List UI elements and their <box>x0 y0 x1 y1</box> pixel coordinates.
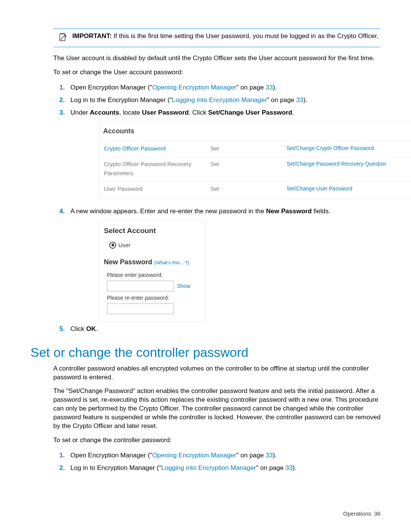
step-item: Open Encryption Manager ("Opening Encryp… <box>67 450 381 460</box>
paragraph: To set or change the controller password… <box>53 436 381 445</box>
accounts-panel: Accounts Crypto Officer Password Set Set… <box>99 121 411 199</box>
page-ref[interactable]: 33 <box>266 452 273 459</box>
paragraph: The "Set/Change Password" action enables… <box>53 387 381 431</box>
link-logging-into-encryption-manager[interactable]: Logging into Encryption Manager <box>172 96 267 104</box>
new-password-heading: New Password <box>104 258 152 266</box>
paragraph: The User account is disabled by default … <box>53 54 381 63</box>
account-name: User Password <box>104 184 210 193</box>
link-logging-into-encryption-manager[interactable]: Logging into Encryption Manager <box>161 464 256 471</box>
ordered-steps: Open Encryption Manager ("Opening Encryp… <box>53 450 381 473</box>
account-action-link[interactable]: Set/Change User Password <box>287 184 407 193</box>
account-status: Set <box>210 144 287 153</box>
password-enter-label: Please enter password: <box>107 271 201 279</box>
account-action-link[interactable]: Set/Change Crypto Officer Password <box>287 144 407 152</box>
page-footer: Operations 36 <box>343 510 381 517</box>
table-row: Crypto Officer Password Recovery Paramet… <box>99 156 411 181</box>
step-item: Under Accounts, locate User Password. Cl… <box>67 107 381 199</box>
page-ref[interactable]: 33 <box>285 464 293 471</box>
password-reenter-input[interactable] <box>107 304 174 314</box>
account-status: Set <box>210 160 287 169</box>
password-input[interactable] <box>107 281 174 291</box>
show-password-link[interactable]: Show <box>177 282 190 290</box>
account-name: Crypto Officer Password <box>104 144 210 153</box>
table-row: Crypto Officer Password Set Set/Change C… <box>99 141 411 156</box>
page-ref[interactable]: 33 <box>266 84 273 91</box>
important-callout: IMPORTANT: If this is the first time set… <box>53 29 381 47</box>
accounts-heading: Accounts <box>103 126 411 137</box>
select-account-panel: Select Account User New Password (What's… <box>99 220 206 321</box>
important-label: IMPORTANT: <box>72 32 112 40</box>
radio-user[interactable]: User <box>109 241 201 250</box>
link-opening-encryption-manager[interactable]: Opening Encryption Manager <box>152 84 236 91</box>
account-status: Set <box>210 184 287 193</box>
password-reenter-label: Please re-enter password: <box>107 294 201 302</box>
link-opening-encryption-manager[interactable]: Opening Encryption Manager <box>152 452 236 459</box>
paragraph: To set or change the User account passwo… <box>53 68 381 77</box>
step-item: A new window appears. Enter and re-enter… <box>67 206 381 321</box>
footer-page: 36 <box>374 510 381 517</box>
important-text: If this is the first time setting the Us… <box>113 32 378 40</box>
important-icon <box>53 32 72 44</box>
step-item: Log in to Encryption Manager ("Logging i… <box>67 463 381 473</box>
section-heading: Set or change the controller password <box>30 345 381 360</box>
whats-this-link[interactable]: (What's this…?) <box>154 260 189 265</box>
step-item: Open Encryption Manager ("Opening Encryp… <box>67 82 381 93</box>
step-item: Click OK. <box>67 324 381 334</box>
ordered-steps: Open Encryption Manager ("Opening Encryp… <box>53 82 381 334</box>
radio-icon <box>109 242 116 249</box>
paragraph: A controller password enables all encryp… <box>53 364 381 382</box>
table-row: User Password Set Set/Change User Passwo… <box>99 181 411 197</box>
footer-label: Operations <box>343 510 371 517</box>
account-name: Crypto Officer Password Recovery Paramet… <box>104 160 210 178</box>
account-action-link[interactable]: Set/Change Password Recovery Question <box>287 160 407 168</box>
radio-label: User <box>118 241 131 250</box>
step-item: Log in to the Encryption Manager ("Loggi… <box>67 95 381 105</box>
select-account-heading: Select Account <box>104 225 201 236</box>
page-ref[interactable]: 33 <box>296 96 303 104</box>
